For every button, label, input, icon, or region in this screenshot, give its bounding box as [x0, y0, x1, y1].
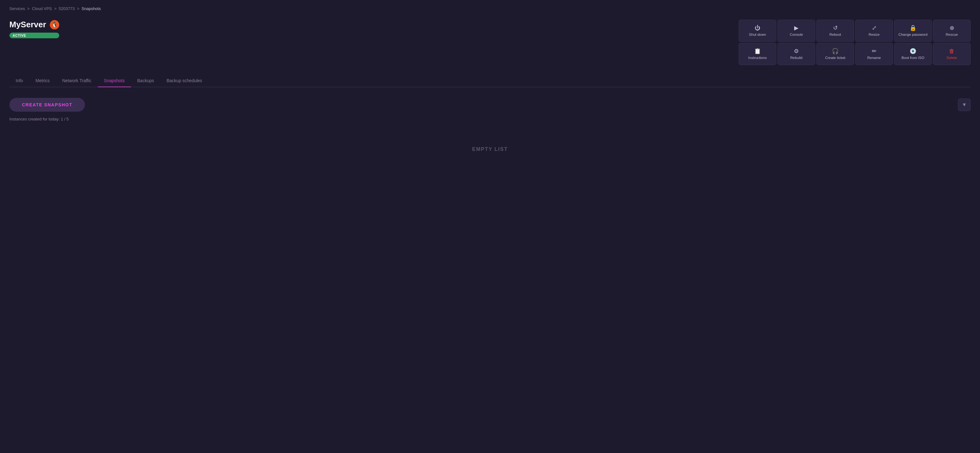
change-password-button[interactable]: 🔒 Change password [894, 20, 932, 42]
instructions-button[interactable]: 📋 Instructions [739, 43, 776, 65]
reboot-label: Reboot [829, 33, 841, 37]
instructions-icon: 📋 [754, 48, 761, 54]
rebuild-icon: ⚙ [794, 48, 799, 54]
instances-text: Instances created for today: 1 / 5 [10, 117, 970, 121]
create-ticket-label: Create ticket [825, 56, 846, 60]
status-badge: ACTIVE [10, 33, 59, 38]
tab-backups[interactable]: Backups [131, 74, 161, 87]
create-ticket-button[interactable]: 🎧 Create ticket [816, 43, 854, 65]
boot-from-iso-label: Boot from ISO [902, 56, 924, 60]
breadcrumb: Services > Cloud VPS > 5203773 > Snapsho… [10, 6, 970, 11]
rescue-label: Rescue [946, 33, 958, 37]
reboot-icon: ↺ [833, 25, 838, 31]
breadcrumb-services[interactable]: Services [10, 6, 25, 11]
header: MyServer 🐧 ACTIVE ⏻ Shut down ▶ Console … [10, 20, 970, 65]
breadcrumb-server-id[interactable]: 5203773 [59, 6, 75, 11]
breadcrumb-cloud-vps[interactable]: Cloud VPS [32, 6, 52, 11]
rename-label: Rename [867, 56, 881, 60]
ubuntu-icon: 🐧 [50, 20, 59, 29]
rename-icon: ✏ [872, 48, 877, 54]
rebuild-button[interactable]: ⚙ Rebuild [778, 43, 815, 65]
rescue-icon: ⊗ [950, 25, 954, 31]
reboot-button[interactable]: ↺ Reboot [816, 20, 854, 42]
rename-button[interactable]: ✏ Rename [855, 43, 893, 65]
instructions-label: Instructions [748, 56, 767, 60]
resize-icon: ⤢ [872, 25, 877, 31]
console-button[interactable]: ▶ Console [778, 20, 815, 42]
snapshots-content: CREATE SNAPSHOT ▼ Instances created for … [10, 95, 970, 155]
server-title: MyServer 🐧 [10, 20, 59, 29]
breadcrumb-current: Snapshots [81, 6, 100, 11]
empty-list-label: EMPTY LIST [10, 147, 970, 152]
top-row: CREATE SNAPSHOT ▼ [10, 98, 970, 112]
tab-metrics[interactable]: Metrics [29, 74, 56, 87]
server-info: MyServer 🐧 ACTIVE [10, 20, 59, 38]
boot-from-iso-button[interactable]: 💿 Boot from ISO [894, 43, 932, 65]
filter-icon: ▼ [962, 102, 967, 108]
shutdown-icon: ⏻ [755, 25, 760, 31]
tab-network-traffic[interactable]: Network Traffic [56, 74, 97, 87]
resize-button[interactable]: ⤢ Resize [855, 20, 893, 42]
console-icon: ▶ [794, 25, 799, 31]
shutdown-button[interactable]: ⏻ Shut down [739, 20, 776, 42]
create-snapshot-button[interactable]: CREATE SNAPSHOT [10, 98, 85, 112]
filter-button[interactable]: ▼ [958, 99, 970, 111]
console-label: Console [790, 33, 803, 37]
change-password-label: Change password [899, 33, 928, 37]
action-grid: ⏻ Shut down ▶ Console ↺ Reboot ⤢ Resize … [739, 20, 970, 65]
resize-label: Resize [869, 33, 880, 37]
shutdown-label: Shut down [749, 33, 766, 37]
tab-info[interactable]: Info [10, 74, 29, 87]
change-password-icon: 🔒 [910, 25, 916, 31]
tabs-nav: Info Metrics Network Traffic Snapshots B… [10, 74, 970, 87]
delete-label: Delete [947, 56, 957, 60]
delete-icon: 🗑 [949, 48, 955, 54]
rebuild-label: Rebuild [791, 56, 803, 60]
server-name: MyServer [10, 20, 46, 29]
tab-backup-schedules[interactable]: Backup schedules [160, 74, 208, 87]
rescue-button[interactable]: ⊗ Rescue [933, 20, 970, 42]
delete-button[interactable]: 🗑 Delete [933, 43, 970, 65]
create-ticket-icon: 🎧 [832, 48, 838, 54]
tab-snapshots[interactable]: Snapshots [98, 74, 131, 87]
boot-from-iso-icon: 💿 [910, 48, 916, 54]
